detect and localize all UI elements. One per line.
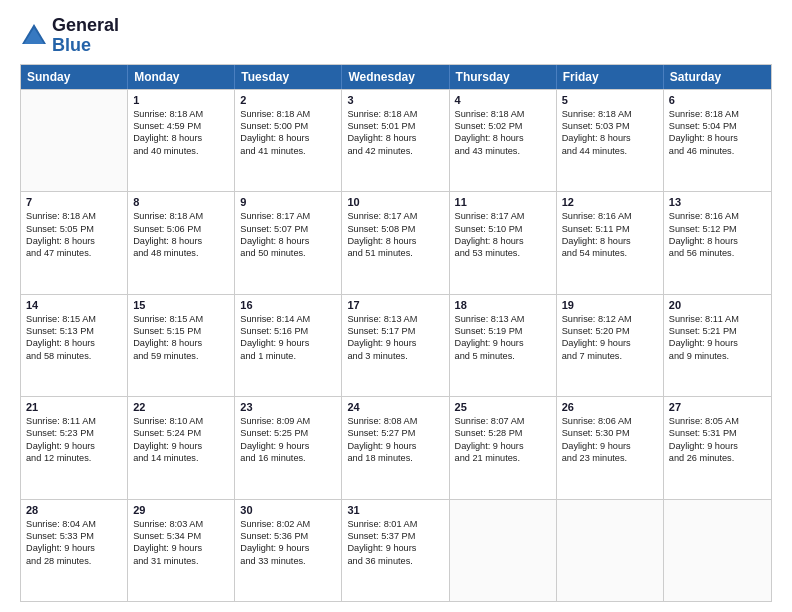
day-number: 16: [240, 299, 336, 311]
cell-line: Sunset: 5:20 PM: [562, 325, 658, 337]
calendar-cell: 16Sunrise: 8:14 AMSunset: 5:16 PMDayligh…: [235, 295, 342, 396]
cell-line: Sunset: 5:19 PM: [455, 325, 551, 337]
calendar-cell: 20Sunrise: 8:11 AMSunset: 5:21 PMDayligh…: [664, 295, 771, 396]
cell-line: Sunset: 5:17 PM: [347, 325, 443, 337]
calendar-cell: 15Sunrise: 8:15 AMSunset: 5:15 PMDayligh…: [128, 295, 235, 396]
cell-line: Sunset: 5:21 PM: [669, 325, 766, 337]
cell-line: Sunrise: 8:18 AM: [26, 210, 122, 222]
day-number: 18: [455, 299, 551, 311]
logo-line1: General: [52, 16, 119, 36]
cell-line: Daylight: 9 hours: [133, 542, 229, 554]
cell-line: Sunrise: 8:17 AM: [240, 210, 336, 222]
cell-line: and 14 minutes.: [133, 452, 229, 464]
header-day-monday: Monday: [128, 65, 235, 89]
day-number: 5: [562, 94, 658, 106]
cell-line: and 43 minutes.: [455, 145, 551, 157]
day-number: 26: [562, 401, 658, 413]
calendar-cell: [664, 500, 771, 601]
cell-line: Daylight: 9 hours: [26, 440, 122, 452]
day-number: 1: [133, 94, 229, 106]
day-number: 6: [669, 94, 766, 106]
header-day-sunday: Sunday: [21, 65, 128, 89]
calendar-cell: 28Sunrise: 8:04 AMSunset: 5:33 PMDayligh…: [21, 500, 128, 601]
cell-line: Sunrise: 8:02 AM: [240, 518, 336, 530]
day-number: 8: [133, 196, 229, 208]
day-number: 9: [240, 196, 336, 208]
calendar-cell: 24Sunrise: 8:08 AMSunset: 5:27 PMDayligh…: [342, 397, 449, 498]
cell-line: and 59 minutes.: [133, 350, 229, 362]
day-number: 29: [133, 504, 229, 516]
calendar-cell: 5Sunrise: 8:18 AMSunset: 5:03 PMDaylight…: [557, 90, 664, 191]
calendar: SundayMondayTuesdayWednesdayThursdayFrid…: [20, 64, 772, 602]
cell-line: Daylight: 8 hours: [455, 235, 551, 247]
cell-line: Daylight: 8 hours: [669, 235, 766, 247]
calendar-header: SundayMondayTuesdayWednesdayThursdayFrid…: [21, 65, 771, 89]
calendar-cell: 9Sunrise: 8:17 AMSunset: 5:07 PMDaylight…: [235, 192, 342, 293]
day-number: 7: [26, 196, 122, 208]
cell-line: Sunset: 5:13 PM: [26, 325, 122, 337]
cell-line: Daylight: 9 hours: [240, 440, 336, 452]
calendar-cell: 22Sunrise: 8:10 AMSunset: 5:24 PMDayligh…: [128, 397, 235, 498]
cell-line: Daylight: 9 hours: [240, 337, 336, 349]
calendar-cell: 11Sunrise: 8:17 AMSunset: 5:10 PMDayligh…: [450, 192, 557, 293]
logo-line2: Blue: [52, 36, 119, 56]
cell-line: Sunrise: 8:13 AM: [347, 313, 443, 325]
cell-line: Daylight: 9 hours: [669, 440, 766, 452]
cell-line: and 12 minutes.: [26, 452, 122, 464]
header-day-thursday: Thursday: [450, 65, 557, 89]
cell-line: Sunset: 5:00 PM: [240, 120, 336, 132]
cell-line: Sunrise: 8:10 AM: [133, 415, 229, 427]
cell-line: Daylight: 9 hours: [562, 337, 658, 349]
cell-line: and 42 minutes.: [347, 145, 443, 157]
cell-line: Sunrise: 8:11 AM: [26, 415, 122, 427]
cell-line: and 7 minutes.: [562, 350, 658, 362]
header-day-friday: Friday: [557, 65, 664, 89]
day-number: 22: [133, 401, 229, 413]
logo: General Blue: [20, 16, 119, 56]
cell-line: Sunset: 5:30 PM: [562, 427, 658, 439]
day-number: 31: [347, 504, 443, 516]
cell-line: Sunrise: 8:16 AM: [669, 210, 766, 222]
cell-line: Sunrise: 8:01 AM: [347, 518, 443, 530]
cell-line: Sunset: 5:28 PM: [455, 427, 551, 439]
calendar-cell: 19Sunrise: 8:12 AMSunset: 5:20 PMDayligh…: [557, 295, 664, 396]
calendar-row-4: 21Sunrise: 8:11 AMSunset: 5:23 PMDayligh…: [21, 396, 771, 498]
cell-line: and 31 minutes.: [133, 555, 229, 567]
day-number: 3: [347, 94, 443, 106]
cell-line: Sunrise: 8:18 AM: [347, 108, 443, 120]
cell-line: Sunset: 5:10 PM: [455, 223, 551, 235]
cell-line: and 54 minutes.: [562, 247, 658, 259]
cell-line: Daylight: 8 hours: [240, 235, 336, 247]
cell-line: Sunset: 5:07 PM: [240, 223, 336, 235]
cell-line: and 18 minutes.: [347, 452, 443, 464]
cell-line: Daylight: 9 hours: [26, 542, 122, 554]
cell-line: Daylight: 9 hours: [240, 542, 336, 554]
cell-line: Daylight: 8 hours: [347, 132, 443, 144]
logo-icon: [20, 22, 48, 50]
cell-line: Sunrise: 8:07 AM: [455, 415, 551, 427]
cell-line: and 26 minutes.: [669, 452, 766, 464]
day-number: 28: [26, 504, 122, 516]
cell-line: Daylight: 8 hours: [26, 235, 122, 247]
day-number: 12: [562, 196, 658, 208]
cell-line: and 28 minutes.: [26, 555, 122, 567]
cell-line: and 33 minutes.: [240, 555, 336, 567]
calendar-cell: 17Sunrise: 8:13 AMSunset: 5:17 PMDayligh…: [342, 295, 449, 396]
cell-line: Sunset: 5:11 PM: [562, 223, 658, 235]
cell-line: and 51 minutes.: [347, 247, 443, 259]
calendar-cell: 31Sunrise: 8:01 AMSunset: 5:37 PMDayligh…: [342, 500, 449, 601]
cell-line: Sunset: 5:08 PM: [347, 223, 443, 235]
calendar-row-2: 7Sunrise: 8:18 AMSunset: 5:05 PMDaylight…: [21, 191, 771, 293]
cell-line: and 21 minutes.: [455, 452, 551, 464]
calendar-cell: 23Sunrise: 8:09 AMSunset: 5:25 PMDayligh…: [235, 397, 342, 498]
cell-line: Sunset: 5:37 PM: [347, 530, 443, 542]
calendar-cell: 21Sunrise: 8:11 AMSunset: 5:23 PMDayligh…: [21, 397, 128, 498]
cell-line: Sunset: 5:06 PM: [133, 223, 229, 235]
cell-line: and 36 minutes.: [347, 555, 443, 567]
cell-line: and 46 minutes.: [669, 145, 766, 157]
day-number: 24: [347, 401, 443, 413]
cell-line: Daylight: 8 hours: [562, 235, 658, 247]
cell-line: and 40 minutes.: [133, 145, 229, 157]
cell-line: Daylight: 8 hours: [347, 235, 443, 247]
calendar-row-3: 14Sunrise: 8:15 AMSunset: 5:13 PMDayligh…: [21, 294, 771, 396]
